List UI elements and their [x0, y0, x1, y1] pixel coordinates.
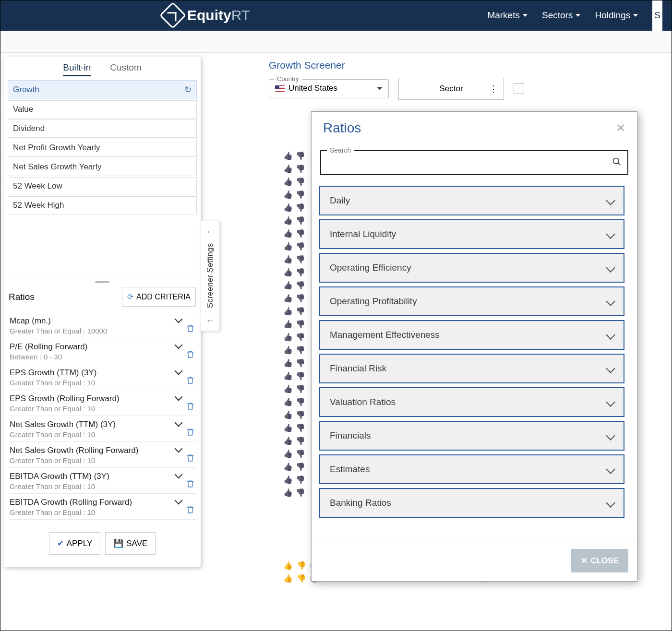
thumbs-up-icon[interactable] — [283, 345, 293, 355]
thumbs-down-icon[interactable] — [296, 203, 305, 212]
checkbox[interactable] — [514, 83, 524, 94]
thumbs-down-icon[interactable] — [296, 423, 305, 432]
delete-icon[interactable] — [186, 402, 195, 413]
thumbs-down-icon[interactable] — [296, 164, 305, 173]
ratio-category[interactable]: Financials — [319, 421, 624, 451]
category-list[interactable]: DailyInternal LiquidityOperating Efficie… — [316, 182, 632, 540]
thumbs-up-icon[interactable] — [283, 151, 293, 160]
thumbs-down-icon[interactable] — [296, 397, 305, 406]
ratio-category[interactable]: Operating Efficiency — [319, 253, 624, 283]
thumbs-down-icon[interactable] — [296, 345, 305, 355]
thumbs-up-icon[interactable] — [283, 449, 293, 458]
ratio-category[interactable]: Financial Risk — [319, 354, 624, 383]
thumbs-down-icon[interactable]: 👎 — [297, 561, 306, 570]
delete-icon[interactable] — [186, 479, 195, 490]
thumbs-up-icon[interactable] — [283, 320, 293, 329]
thumbs-down-icon[interactable] — [296, 242, 305, 251]
thumbs-up-icon[interactable] — [283, 177, 293, 186]
thumbs-up-icon[interactable] — [283, 410, 293, 419]
thumbs-up-icon[interactable] — [283, 371, 293, 381]
ratio-category[interactable]: Internal Liquidity — [319, 219, 624, 249]
thumbs-down-icon[interactable] — [296, 358, 305, 368]
thumbs-up-icon[interactable] — [283, 475, 293, 484]
preset-item[interactable]: 52 Week High — [8, 196, 197, 214]
thumbs-up-icon[interactable] — [283, 281, 293, 290]
preset-item[interactable]: Net Profit Growth Yearly — [8, 139, 197, 157]
ratio-category[interactable]: Valuation Ratios — [319, 387, 624, 417]
thumbs-up-icon[interactable] — [283, 242, 293, 251]
delete-icon[interactable] — [186, 324, 195, 335]
thumbs-up-icon[interactable] — [283, 358, 293, 368]
nav-holdings[interactable]: Holdings — [595, 10, 638, 21]
close-icon[interactable]: ✕ — [616, 121, 625, 135]
thumbs-down-icon[interactable] — [296, 449, 305, 458]
delete-icon[interactable] — [186, 505, 195, 516]
thumbs-up-icon[interactable] — [283, 294, 293, 303]
ratio-category[interactable]: Operating Profitability — [319, 286, 624, 316]
country-select[interactable]: Country United States — [269, 79, 389, 98]
thumbs-up-icon[interactable] — [283, 255, 293, 264]
thumbs-down-icon[interactable] — [296, 216, 305, 225]
ratio-category[interactable]: Banking Ratios — [319, 488, 624, 518]
thumbs-down-icon[interactable] — [296, 371, 305, 381]
add-criteria-button[interactable]: ⟳ ADD CRITERIA — [122, 287, 196, 307]
preset-item[interactable]: 52 Week Low — [8, 177, 197, 195]
preset-item[interactable]: Growth↻ — [8, 80, 197, 99]
thumbs-up-icon[interactable] — [283, 436, 293, 445]
ratio-category[interactable]: Estimates — [319, 454, 624, 484]
sector-select[interactable]: Sector ⋮ — [398, 78, 504, 100]
thumbs-down-icon[interactable] — [296, 151, 305, 160]
thumbs-up-icon[interactable] — [283, 229, 293, 238]
search-input[interactable] — [320, 150, 628, 175]
thumbs-up-icon[interactable] — [283, 488, 293, 497]
thumbs-down-icon[interactable] — [296, 462, 305, 471]
thumbs-down-icon[interactable] — [296, 436, 305, 445]
close-button[interactable]: ✕ CLOSE — [571, 549, 628, 572]
thumbs-down-icon[interactable]: 👎 — [297, 574, 306, 583]
ratio-category[interactable]: Daily — [319, 186, 624, 215]
drag-handle[interactable] — [95, 281, 109, 283]
thumbs-down-icon[interactable] — [296, 333, 305, 342]
screener-settings-side-tab[interactable]: ← Screener Settings ← — [201, 221, 220, 331]
thumbs-up-icon[interactable] — [283, 268, 293, 277]
thumbs-down-icon[interactable] — [296, 281, 305, 290]
thumbs-up-icon[interactable]: 👍 — [283, 561, 293, 570]
thumbs-down-icon[interactable] — [296, 190, 305, 199]
thumbs-up-icon[interactable] — [283, 423, 293, 432]
delete-icon[interactable] — [186, 428, 195, 439]
thumbs-up-icon[interactable] — [283, 190, 293, 199]
thumbs-down-icon[interactable] — [296, 488, 305, 497]
refresh-icon[interactable]: ↻ — [184, 84, 192, 95]
preset-item[interactable]: Value — [8, 100, 197, 119]
thumbs-down-icon[interactable] — [296, 410, 305, 419]
thumbs-down-icon[interactable] — [296, 255, 305, 264]
thumbs-up-icon[interactable] — [283, 216, 293, 225]
nav-markets[interactable]: Markets — [487, 10, 528, 21]
thumbs-up-icon[interactable] — [283, 462, 293, 471]
thumbs-down-icon[interactable] — [296, 177, 305, 186]
tab-custom[interactable]: Custom — [110, 62, 141, 76]
thumbs-down-icon[interactable] — [296, 307, 305, 316]
thumbs-down-icon[interactable] — [296, 384, 305, 393]
thumbs-up-icon[interactable] — [283, 164, 293, 173]
thumbs-down-icon[interactable] — [296, 294, 305, 303]
apply-button[interactable]: ✔APPLY — [49, 532, 101, 555]
tab-built-in[interactable]: Built-in — [63, 62, 91, 76]
delete-icon[interactable] — [186, 376, 195, 387]
preset-item[interactable]: Net Sales Growth Yearly — [8, 158, 197, 176]
nav-sectors[interactable]: Sectors — [542, 10, 580, 21]
nav-s-button[interactable]: S — [652, 0, 662, 31]
delete-icon[interactable] — [186, 453, 195, 464]
ratio-category[interactable]: Management Effectiveness — [319, 320, 624, 350]
preset-item[interactable]: Dividend — [8, 119, 197, 138]
thumbs-up-icon[interactable] — [283, 397, 293, 406]
thumbs-up-icon[interactable] — [283, 307, 293, 316]
thumbs-down-icon[interactable] — [296, 320, 305, 329]
thumbs-up-icon[interactable] — [283, 203, 293, 212]
save-button[interactable]: 💾SAVE — [105, 532, 156, 555]
thumbs-up-icon[interactable]: 👍 — [283, 574, 293, 583]
delete-icon[interactable] — [186, 350, 195, 361]
thumbs-down-icon[interactable] — [296, 268, 305, 277]
thumbs-down-icon[interactable] — [296, 475, 305, 484]
thumbs-up-icon[interactable] — [283, 384, 293, 393]
